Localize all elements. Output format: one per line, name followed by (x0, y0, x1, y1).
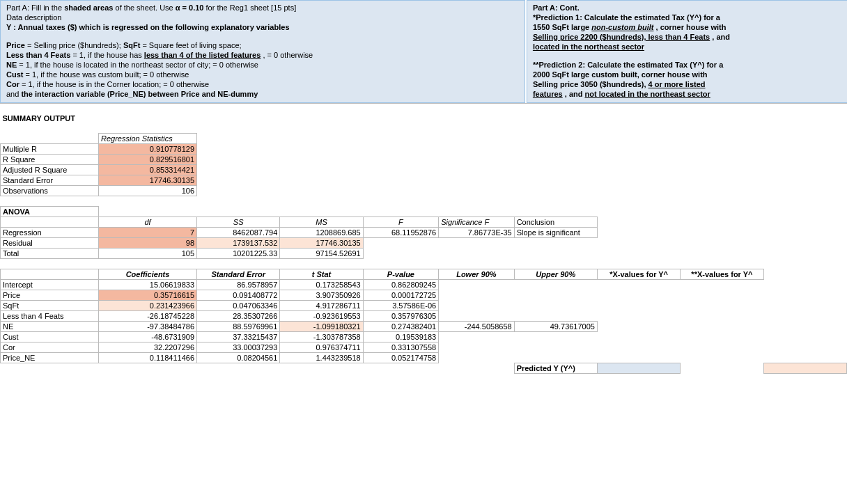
pred2-selling: Selling price 3050 ($hundreds), (533, 80, 648, 88)
cor-coef: 32.2207296 (99, 342, 197, 353)
cust-label: Cust (6, 70, 23, 79)
less4feats-tstat: -0.923619553 (280, 311, 363, 322)
predicted-y-value2[interactable] (763, 363, 846, 374)
anova-col-sigf: Significance F (439, 217, 514, 228)
anova-regression-ss: 8462087.794 (197, 228, 280, 238)
cor-coef-label: Cor (1, 342, 99, 353)
cust-description: Cust = 1, if the house was custom built;… (6, 70, 519, 79)
pricene-coef: 0.118411466 (99, 353, 197, 363)
cust-text: = 1, if the house was custom built; = 0 … (26, 70, 189, 79)
price-coef-label: Price (1, 290, 99, 301)
coef-col-headers: Coefficients Standard Error t Stat P-val… (1, 269, 847, 280)
main-spreadsheet: SUMMARY OUTPUT Regression Statistics Mul… (0, 104, 847, 374)
r-square-row: R Square 0.829516801 (1, 155, 847, 165)
pred2-line1: **Prediction 2: Calculate the estimated … (533, 61, 842, 69)
pred2-line2: 2000 SqFt large custom built, corner hou… (533, 70, 842, 79)
sqft-pval: 3.57586E-06 (363, 301, 438, 311)
standard-error-row: Standard Error 17746.30135 (1, 175, 847, 186)
coef-col-tstat: t Stat (280, 269, 363, 280)
ne-label: NE (6, 61, 17, 69)
price-se: 0.091408772 (197, 290, 280, 301)
pred2-and-text: , and (565, 90, 585, 98)
cust-coef: -48.6731909 (99, 332, 197, 342)
anova-residual-df: 98 (99, 238, 197, 249)
intercept-label: Intercept (1, 280, 99, 290)
anova-total-label: Total (1, 249, 99, 259)
pred1-size: 1550 SqFt large (533, 23, 591, 31)
part-a-intro: Part A: Fill in the (6, 3, 64, 12)
price-text: = Selling price ($hundreds); (27, 41, 123, 49)
shaded-areas-text: shaded areas (64, 3, 113, 12)
less4feats-pval: 0.357976305 (363, 311, 438, 322)
pred1-line4: located in the northeast sector (533, 42, 842, 51)
anova-residual-label: Residual (1, 238, 99, 249)
less4feats-text2: , = 0 otherwise (263, 51, 313, 59)
adj-r-square-row: Adjusted R Square 0.853314421 (1, 165, 847, 175)
anova-total-ss: 10201225.33 (197, 249, 280, 259)
standard-error-label: Standard Error (1, 175, 99, 186)
coef-col-se: Standard Error (197, 269, 280, 280)
anova-residual-ss: 1739137.532 (197, 238, 280, 249)
less4feats-bold-text: less than 4 of the listed features (144, 51, 261, 59)
pred2-size: 2000 SqFt large custom built, corner hou… (533, 70, 708, 79)
intercept-coef: 15.06619833 (99, 280, 197, 290)
less4feats-coef-label: Less than 4 Feats (1, 311, 99, 322)
r-square-value: 0.829516801 (99, 155, 197, 165)
pred1-non-custom: non-custom built (591, 23, 653, 31)
multiple-r-value: 0.910778129 (99, 144, 197, 155)
cor-se: 33.00037293 (197, 342, 280, 353)
less4feats-description: Less than 4 Feats = 1, if the house has … (6, 51, 519, 59)
spacer-4 (1, 259, 847, 269)
cust-pval: 0.19539183 (363, 332, 438, 342)
anova-regression-f: 68.11952876 (363, 228, 438, 238)
less4feats-text1: = 1, if the house has (72, 51, 143, 59)
pred1-and: , and (712, 33, 730, 41)
price-tstat: 3.907350926 (280, 290, 363, 301)
anova-regression-conclusion: Slope is significant (514, 228, 597, 238)
anova-regression-row: Regression 7 8462087.794 1208869.685 68.… (1, 228, 847, 238)
coef-col-pval: P-value (363, 269, 438, 280)
cor-label: Cor (6, 80, 20, 88)
sqft-coef-label: SqFt (1, 301, 99, 311)
ne-text: = 1, if the house is located in the nort… (19, 61, 258, 69)
cor-pval: 0.331307558 (363, 342, 438, 353)
alpha-value: α = 0.10 (176, 3, 204, 12)
cust-tstat: -1.303787358 (280, 332, 363, 342)
cust-se: 37.33215437 (197, 332, 280, 342)
pred2-line3: Selling price 3050 ($hundreds), 4 or mor… (533, 80, 842, 88)
pred1-line1: *Prediction 1: Calculate the estimated T… (533, 13, 842, 22)
summary-output-row: SUMMARY OUTPUT (1, 113, 847, 123)
coef-sqft-row: SqFt 0.231423966 0.047063346 4.917286711… (1, 301, 847, 311)
cor-description: Cor = 1, if the house is in the Corner l… (6, 80, 519, 88)
sqft-coef: 0.231423966 (99, 301, 197, 311)
coef-col-coef: Coefficients (99, 269, 197, 280)
anova-regression-df: 7 (99, 228, 197, 238)
coef-ne-row: NE -97.38484786 88.59769961 -1.099180321… (1, 322, 847, 332)
spacer-3 (1, 196, 847, 207)
anova-regression-label: Regression (1, 228, 99, 238)
less4feats-se: 28.35307266 (197, 311, 280, 322)
coef-pricene-row: Price_NE 0.118411466 0.08204561 1.443239… (1, 353, 847, 363)
and-text: and (6, 90, 21, 98)
part-a-line1: Part A: Fill in the shaded areas of the … (6, 3, 519, 12)
interaction-bold-text: the interaction variable (Price_NE) betw… (21, 90, 258, 98)
price-coef: 0.35716615 (99, 290, 197, 301)
predicted-y-value1[interactable] (597, 363, 680, 374)
observations-row: Observations 106 (1, 186, 847, 196)
anova-header-row: ANOVA (1, 207, 847, 217)
anova-col-headers: df SS MS F Significance F Conclusion (1, 217, 847, 228)
sqft-label: SqFt (123, 41, 140, 49)
price-pval: 0.000172725 (363, 290, 438, 301)
part-a-cont-title: Part A: Cont. (533, 3, 842, 12)
pred2-line4: features , and not located in the northe… (533, 90, 842, 98)
r-square-label: R Square (1, 155, 99, 165)
observations-label: Observations (1, 186, 99, 196)
pred1-line2: 1550 SqFt large non-custom built , corne… (533, 23, 842, 31)
pred2-not-northeast: not located in the northeast sector (585, 90, 710, 98)
y-variable-description: Y : Annual taxes ($) which is regressed … (6, 23, 519, 31)
pred2-star-text: **Prediction 2: Calculate the estimated … (533, 61, 723, 69)
anova-residual-ms: 17746.30135 (280, 238, 363, 249)
anova-col-ms: MS (280, 217, 363, 228)
coef-col-xval1: *X-values for Y^ (597, 269, 680, 280)
anova-col-df: df (99, 217, 197, 228)
